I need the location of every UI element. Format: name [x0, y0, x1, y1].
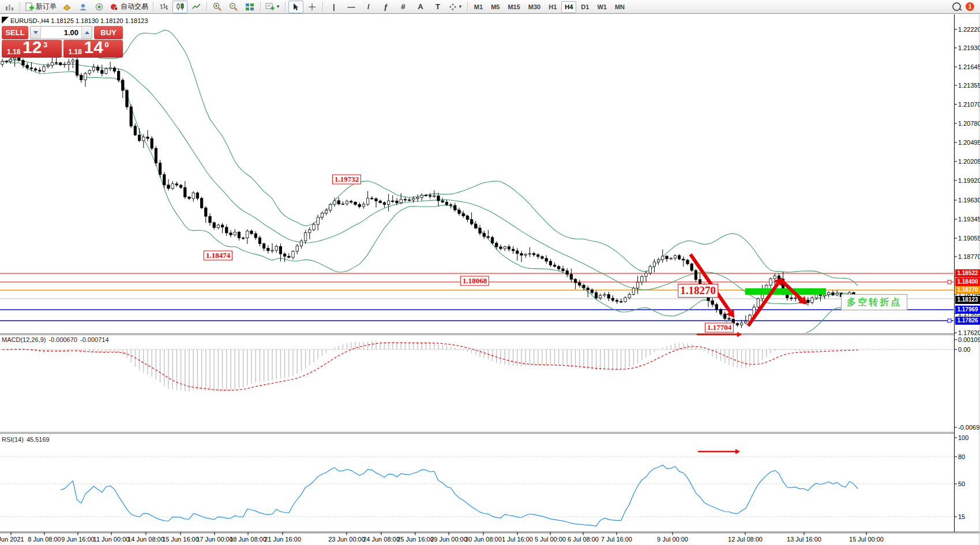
volume-decrease-button[interactable]: [31, 27, 41, 39]
autotrading-button[interactable]: 自动交易: [108, 1, 150, 13]
price-axis-tick[interactable]: 1.21355: [958, 82, 980, 89]
zoom-out-button[interactable]: [226, 1, 241, 13]
price-axis-tick[interactable]: 1.19630: [958, 197, 980, 204]
time-axis-label[interactable]: 9 Jul 00:00: [657, 536, 688, 543]
time-axis-label[interactable]: 25 Jun 16:00: [397, 536, 434, 543]
rsi-axis-tick[interactable]: 100: [958, 434, 968, 441]
navigator-icon: [78, 3, 88, 11]
time-axis-label[interactable]: 12 Jul 08:00: [728, 536, 763, 543]
price-axis-tick[interactable]: 1.21930: [958, 44, 980, 51]
time-axis-label[interactable]: 23 Jun 00:00: [328, 536, 365, 543]
timeframe-button-m15[interactable]: M15: [504, 1, 523, 13]
price-axis-tick[interactable]: 1.20495: [958, 139, 980, 146]
price-axis-tick[interactable]: 1.21070: [958, 101, 980, 108]
crosshair-button[interactable]: [305, 1, 320, 13]
candlestick-chart-button[interactable]: [172, 1, 187, 13]
timeframe-button-d1[interactable]: D1: [577, 1, 592, 13]
price-tag-1.18270: 1.18270: [955, 286, 980, 294]
one-click-collapse-icon[interactable]: [2, 17, 9, 24]
volume-increase-button[interactable]: [81, 27, 92, 39]
arrows-tool-dropdown[interactable]: ▼: [447, 1, 464, 13]
price-annotation-1.18270[interactable]: 1.18270: [678, 284, 718, 298]
time-axis-label[interactable]: 17 Jun 00:00: [196, 536, 233, 543]
zoom-out-icon: [229, 2, 238, 12]
volume-value[interactable]: 1.00: [41, 27, 81, 39]
tile-windows-button[interactable]: [242, 1, 257, 13]
rsi-axis-tick[interactable]: 80: [958, 453, 965, 460]
bull-bear-turning-point-note[interactable]: 多空转折点: [841, 294, 907, 310]
price-axis-tick[interactable]: 1.19920: [958, 177, 980, 184]
time-axis-label[interactable]: 9 Jun 16:00: [61, 536, 95, 543]
text-label-tool[interactable]: T: [430, 1, 446, 13]
timeframe-button-h4[interactable]: H4: [561, 1, 576, 13]
buy-button[interactable]: BUY: [94, 26, 123, 39]
candlestick-chart-icon: [176, 2, 185, 11]
price-axis-tick[interactable]: 1.21645: [958, 63, 980, 70]
timeframe-button-h1[interactable]: H1: [545, 1, 560, 13]
rsi-axis-tick[interactable]: 15: [958, 513, 965, 520]
timeframe-button-mn[interactable]: MN: [611, 1, 628, 13]
time-axis-label[interactable]: 5 Jul 00:00: [535, 536, 566, 543]
triangle-up-icon: [85, 31, 89, 34]
time-axis-label[interactable]: 18 Jun 08:00: [230, 536, 266, 543]
price-axis-tick[interactable]: 1.20780: [958, 120, 980, 127]
price-annotation-1.17704[interactable]: 1.17704: [705, 323, 734, 333]
market-watch-button[interactable]: [59, 1, 74, 13]
vertical-line-tool[interactable]: |: [326, 1, 342, 13]
price-axis-tick[interactable]: 1.22220: [958, 26, 980, 33]
time-axis-label[interactable]: 8 Jun 08:00: [28, 536, 61, 543]
time-axis-label[interactable]: 11 Jun 00:00: [93, 536, 130, 543]
new-chart-dropdown[interactable]: ▼: [264, 1, 282, 13]
time-axis-label[interactable]: 6 Jul 08:00: [568, 536, 599, 543]
volume-stepper[interactable]: 1.00: [30, 26, 92, 39]
price-axis-tick[interactable]: 1.18770: [958, 253, 980, 260]
time-axis-label[interactable]: 13 Jul 16:00: [787, 536, 821, 543]
app-chart-icon[interactable]: [2, 1, 17, 13]
time-axis-label[interactable]: 1 Jul 16:00: [502, 536, 533, 543]
price-annotation-1.18068[interactable]: 1.18068: [460, 276, 489, 286]
sell-price-display[interactable]: 1.18 12 3: [2, 40, 62, 58]
price-annotation-1.18474[interactable]: 1.18474: [204, 251, 232, 261]
fibonacci-tool[interactable]: ƒ: [378, 1, 394, 13]
price-axis-tick[interactable]: 1.19055: [958, 235, 980, 242]
notification-badge[interactable]: 1: [966, 2, 974, 11]
time-axis-label[interactable]: 7 Jul 16:00: [601, 536, 632, 543]
time-axis-label[interactable]: 29 Jun 00:00: [430, 536, 467, 543]
fibonacci-grid-tool[interactable]: #: [395, 1, 411, 13]
buy-price-display[interactable]: 1.18 14 0: [63, 40, 123, 58]
time-axis-label[interactable]: 15 Jun 16:00: [162, 536, 199, 543]
time-axis-label[interactable]: 15 Jul 00:00: [849, 536, 884, 543]
sell-price-sup: 3: [43, 40, 47, 49]
sell-button[interactable]: SELL: [2, 26, 28, 39]
chart-canvas[interactable]: [0, 0, 980, 545]
time-axis-label[interactable]: 14 Jun 08:00: [127, 536, 164, 543]
horizontal-line-tool[interactable]: —: [343, 1, 359, 13]
terminal-button[interactable]: [92, 1, 107, 13]
price-axis-tick[interactable]: 1.20205: [958, 158, 980, 165]
price-axis-tick[interactable]: 1.19345: [958, 216, 980, 223]
price-axis-tick[interactable]: 1.17620: [958, 329, 980, 336]
timeframe-button-w1[interactable]: W1: [594, 1, 610, 13]
price-annotation-1.19732[interactable]: 1.19732: [332, 175, 361, 185]
time-axis-label[interactable]: 30 Jun 08:00: [465, 536, 502, 543]
time-axis-label[interactable]: Jun 2021: [0, 536, 24, 543]
rsi-axis-tick[interactable]: 50: [958, 480, 965, 487]
timeframe-button-m1[interactable]: M1: [471, 1, 486, 13]
new-order-button[interactable]: 新订单: [23, 1, 58, 13]
zoom-in-button[interactable]: [210, 1, 225, 13]
macd-axis-tick[interactable]: 0.00: [958, 346, 970, 353]
bar-chart-button[interactable]: [156, 1, 171, 13]
search-icon[interactable]: [952, 2, 961, 11]
time-axis-label[interactable]: 24 Jun 08:00: [363, 536, 400, 543]
macd-axis-tick[interactable]: 0.001097: [958, 336, 980, 343]
text-tool[interactable]: A: [412, 1, 429, 13]
navigator-button[interactable]: [76, 1, 91, 13]
trendline-tool[interactable]: /: [361, 1, 377, 13]
time-axis-label[interactable]: 21 Jun 16:00: [264, 536, 301, 543]
macd-axis-tick[interactable]: -0.0069: [958, 424, 979, 431]
zoom-in-icon: [213, 2, 222, 12]
timeframe-button-m5[interactable]: M5: [487, 1, 503, 13]
cursor-button[interactable]: [288, 1, 303, 13]
timeframe-button-m30[interactable]: M30: [525, 1, 544, 13]
line-chart-button[interactable]: [189, 1, 204, 13]
